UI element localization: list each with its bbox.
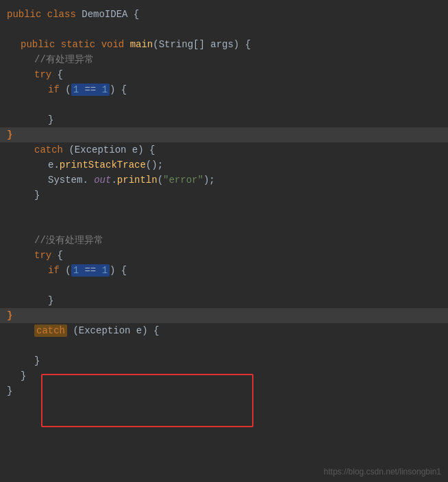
code-line-21: }: [0, 308, 448, 323]
keyword-if-2: if: [48, 265, 65, 276]
code-line-24: }: [0, 353, 448, 368]
code-line-1: public class DemoIDEA {: [0, 7, 448, 22]
class-name: DemoIDEA {: [82, 9, 139, 20]
code-line-15: [0, 218, 448, 233]
keyword-void: void: [101, 39, 130, 50]
code-line-16: //没有处理异常: [0, 233, 448, 248]
code-line-10: catch (Exception e) {: [0, 142, 448, 157]
method-print: printStackTrace: [60, 160, 146, 170]
keyword-try-1: try: [34, 69, 58, 80]
close-brace-1: }: [48, 114, 53, 125]
keyword-if-1: if: [48, 84, 65, 95]
comment-1: //有处理异常: [34, 53, 94, 66]
string-error: "error": [163, 175, 203, 186]
paren-close-1: ) {: [110, 84, 127, 95]
close-brace-catch-1: }: [34, 190, 40, 201]
code-line-17: try {: [0, 248, 448, 263]
brace-open-1: {: [58, 69, 63, 80]
code-line-11: e.printStackTrace();: [0, 157, 448, 173]
code-line-12: System. out.println("error");: [0, 173, 448, 188]
code-line-6: if (1 == 1) {: [0, 82, 448, 97]
close-brace-class: }: [7, 385, 12, 396]
keyword-static: static: [61, 39, 101, 50]
code-line-13: }: [0, 188, 448, 203]
method-println: println: [117, 175, 158, 186]
code-line-25: }: [0, 368, 448, 383]
keyword-public2: public: [21, 39, 61, 50]
empty-call: ();: [146, 160, 163, 170]
code-line-2: [0, 22, 448, 37]
watermark: https://blog.csdn.net/linsongbin1: [324, 467, 441, 477]
close-brace-main: }: [21, 370, 26, 381]
code-line-5: try {: [0, 67, 448, 82]
code-editor: public class DemoIDEA { public static vo…: [0, 0, 448, 482]
code-line-14: [0, 203, 448, 218]
code-line-23: [0, 338, 448, 353]
brace-open-2: {: [58, 250, 63, 261]
system-ref: System.: [48, 175, 94, 186]
code-line-18: if (1 == 1) {: [0, 263, 448, 278]
code-line-22: catch (Exception e) {: [0, 323, 448, 338]
condition-1: 1 == 1: [71, 84, 110, 96]
code-line-3: public static void main(String[] args) {: [0, 37, 448, 52]
keyword-catch-1: catch: [34, 144, 69, 155]
code-line-20: }: [0, 293, 448, 308]
close-brace-2: }: [48, 295, 53, 306]
code-line-9: }: [0, 127, 448, 142]
code-line-4: //有处理异常: [0, 52, 448, 67]
code-line-19: [0, 278, 448, 293]
catch-params-1: (Exception e) {: [69, 144, 155, 155]
code-line-8: }: [0, 112, 448, 127]
keyword-public: public: [7, 9, 47, 20]
close-brace-catch-2: }: [34, 355, 40, 366]
code-line-7: [0, 97, 448, 112]
keyword-try-2: try: [34, 250, 58, 261]
stack-trace: e.: [48, 160, 60, 170]
comment-2: //没有处理异常: [34, 234, 103, 246]
code-line-26: }: [0, 383, 448, 398]
paren-1: (: [65, 84, 71, 95]
keyword-catch-2: catch: [34, 325, 67, 337]
method-main: main: [130, 39, 153, 50]
params: (String[] args) {: [153, 39, 251, 50]
condition-2: 1 == 1: [71, 264, 110, 277]
out-ref: out: [94, 175, 111, 186]
keyword-class: class: [47, 9, 82, 20]
